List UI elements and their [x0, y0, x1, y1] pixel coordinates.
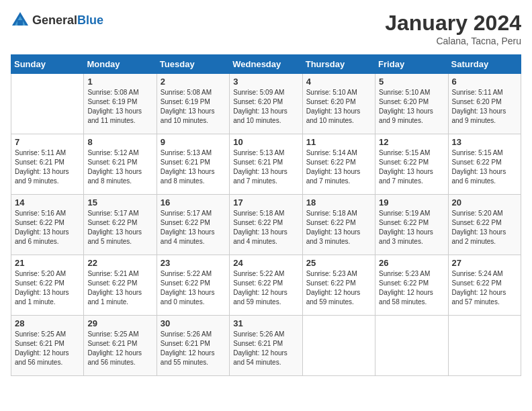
day-info: Sunrise: 5:15 AM Sunset: 6:22 PM Dayligh…	[379, 148, 444, 186]
day-info: Sunrise: 5:08 AM Sunset: 6:19 PM Dayligh…	[87, 88, 152, 126]
header-row: SundayMondayTuesdayWednesdayThursdayFrid…	[11, 55, 521, 74]
day-info: Sunrise: 5:09 AM Sunset: 6:20 PM Dayligh…	[233, 88, 298, 126]
page-header: GeneralBlue January 2024 Calana, Tacna, …	[11, 11, 521, 46]
day-cell	[302, 316, 375, 376]
day-info: Sunrise: 5:26 AM Sunset: 6:21 PM Dayligh…	[233, 330, 298, 367]
title-block: January 2024 Calana, Tacna, Peru	[385, 11, 521, 46]
day-number: 29	[87, 318, 152, 328]
day-info: Sunrise: 5:17 AM Sunset: 6:22 PM Dayligh…	[87, 209, 152, 246]
day-info: Sunrise: 5:25 AM Sunset: 6:21 PM Dayligh…	[15, 330, 80, 367]
day-number: 7	[15, 137, 80, 147]
day-number: 9	[161, 137, 226, 147]
day-cell: 20Sunrise: 5:20 AM Sunset: 6:22 PM Dayli…	[448, 195, 521, 255]
week-row-2: 7Sunrise: 5:11 AM Sunset: 6:21 PM Daylig…	[11, 134, 521, 195]
day-number: 4	[306, 77, 371, 87]
day-cell: 23Sunrise: 5:22 AM Sunset: 6:22 PM Dayli…	[157, 255, 229, 316]
day-cell: 24Sunrise: 5:22 AM Sunset: 6:22 PM Dayli…	[230, 255, 302, 316]
col-header-thursday: Thursday	[302, 55, 375, 74]
day-number: 13	[452, 137, 517, 147]
day-number: 6	[452, 77, 517, 87]
day-cell: 28Sunrise: 5:25 AM Sunset: 6:21 PM Dayli…	[11, 316, 84, 376]
day-info: Sunrise: 5:11 AM Sunset: 6:20 PM Dayligh…	[452, 88, 517, 126]
day-info: Sunrise: 5:26 AM Sunset: 6:21 PM Dayligh…	[161, 330, 226, 367]
calendar-table: SundayMondayTuesdayWednesdayThursdayFrid…	[11, 54, 521, 376]
day-cell: 12Sunrise: 5:15 AM Sunset: 6:22 PM Dayli…	[375, 134, 448, 195]
week-row-3: 14Sunrise: 5:16 AM Sunset: 6:22 PM Dayli…	[11, 195, 521, 255]
day-info: Sunrise: 5:08 AM Sunset: 6:19 PM Dayligh…	[161, 88, 226, 126]
col-header-wednesday: Wednesday	[230, 55, 302, 74]
logo: GeneralBlue	[11, 11, 103, 30]
day-info: Sunrise: 5:13 AM Sunset: 6:21 PM Dayligh…	[233, 148, 298, 186]
day-info: Sunrise: 5:22 AM Sunset: 6:22 PM Dayligh…	[233, 269, 298, 307]
day-cell: 1Sunrise: 5:08 AM Sunset: 6:19 PM Daylig…	[84, 74, 157, 134]
day-info: Sunrise: 5:16 AM Sunset: 6:22 PM Dayligh…	[15, 209, 80, 246]
day-number: 12	[379, 137, 444, 147]
day-number: 19	[379, 197, 444, 208]
day-number: 17	[233, 197, 298, 208]
day-number: 28	[15, 318, 80, 328]
day-cell: 31Sunrise: 5:26 AM Sunset: 6:21 PM Dayli…	[230, 316, 302, 376]
col-header-tuesday: Tuesday	[157, 55, 229, 74]
day-cell: 2Sunrise: 5:08 AM Sunset: 6:19 PM Daylig…	[157, 74, 229, 134]
day-number: 30	[161, 318, 226, 328]
day-number: 10	[233, 137, 298, 147]
day-number: 1	[87, 77, 152, 87]
day-info: Sunrise: 5:14 AM Sunset: 6:22 PM Dayligh…	[306, 148, 371, 186]
calendar-subtitle: Calana, Tacna, Peru	[385, 36, 521, 46]
day-number: 21	[15, 258, 80, 268]
day-cell: 14Sunrise: 5:16 AM Sunset: 6:22 PM Dayli…	[11, 195, 84, 255]
day-number: 23	[161, 258, 226, 268]
col-header-saturday: Saturday	[448, 55, 521, 74]
day-number: 3	[233, 77, 298, 87]
day-cell: 6Sunrise: 5:11 AM Sunset: 6:20 PM Daylig…	[448, 74, 521, 134]
day-info: Sunrise: 5:19 AM Sunset: 6:22 PM Dayligh…	[379, 209, 444, 246]
day-cell: 19Sunrise: 5:19 AM Sunset: 6:22 PM Dayli…	[375, 195, 448, 255]
day-info: Sunrise: 5:24 AM Sunset: 6:22 PM Dayligh…	[452, 269, 517, 307]
day-cell: 3Sunrise: 5:09 AM Sunset: 6:20 PM Daylig…	[230, 74, 302, 134]
day-number: 24	[233, 258, 298, 268]
day-cell	[11, 74, 84, 134]
day-number: 20	[452, 197, 517, 208]
day-number: 31	[233, 318, 298, 328]
day-cell: 26Sunrise: 5:23 AM Sunset: 6:22 PM Dayli…	[375, 255, 448, 316]
day-info: Sunrise: 5:10 AM Sunset: 6:20 PM Dayligh…	[306, 88, 371, 126]
day-cell: 25Sunrise: 5:23 AM Sunset: 6:22 PM Dayli…	[302, 255, 375, 316]
col-header-friday: Friday	[375, 55, 448, 74]
logo-text-blue: Blue	[77, 13, 103, 27]
day-cell: 5Sunrise: 5:10 AM Sunset: 6:20 PM Daylig…	[375, 74, 448, 134]
svg-rect-2	[17, 20, 23, 26]
day-info: Sunrise: 5:20 AM Sunset: 6:22 PM Dayligh…	[15, 269, 80, 307]
day-number: 11	[306, 137, 371, 147]
day-info: Sunrise: 5:25 AM Sunset: 6:21 PM Dayligh…	[87, 330, 152, 367]
day-cell	[375, 316, 448, 376]
day-number: 16	[161, 197, 226, 208]
day-cell: 15Sunrise: 5:17 AM Sunset: 6:22 PM Dayli…	[84, 195, 157, 255]
day-number: 22	[87, 258, 152, 268]
day-info: Sunrise: 5:21 AM Sunset: 6:22 PM Dayligh…	[87, 269, 152, 307]
day-info: Sunrise: 5:20 AM Sunset: 6:22 PM Dayligh…	[452, 209, 517, 246]
day-info: Sunrise: 5:17 AM Sunset: 6:22 PM Dayligh…	[161, 209, 226, 246]
day-cell: 10Sunrise: 5:13 AM Sunset: 6:21 PM Dayli…	[230, 134, 302, 195]
logo-text-general: General	[32, 13, 77, 27]
day-info: Sunrise: 5:18 AM Sunset: 6:22 PM Dayligh…	[306, 209, 371, 246]
day-cell: 13Sunrise: 5:15 AM Sunset: 6:22 PM Dayli…	[448, 134, 521, 195]
calendar-title: January 2024	[385, 11, 521, 36]
week-row-5: 28Sunrise: 5:25 AM Sunset: 6:21 PM Dayli…	[11, 316, 521, 376]
day-cell: 27Sunrise: 5:24 AM Sunset: 6:22 PM Dayli…	[448, 255, 521, 316]
logo-icon	[11, 11, 30, 30]
day-number: 25	[306, 258, 371, 268]
day-cell: 22Sunrise: 5:21 AM Sunset: 6:22 PM Dayli…	[84, 255, 157, 316]
week-row-4: 21Sunrise: 5:20 AM Sunset: 6:22 PM Dayli…	[11, 255, 521, 316]
col-header-sunday: Sunday	[11, 55, 84, 74]
day-number: 15	[87, 197, 152, 208]
day-cell	[448, 316, 521, 376]
day-cell: 16Sunrise: 5:17 AM Sunset: 6:22 PM Dayli…	[157, 195, 229, 255]
day-cell: 7Sunrise: 5:11 AM Sunset: 6:21 PM Daylig…	[11, 134, 84, 195]
day-cell: 9Sunrise: 5:13 AM Sunset: 6:21 PM Daylig…	[157, 134, 229, 195]
day-number: 2	[161, 77, 226, 87]
week-row-1: 1Sunrise: 5:08 AM Sunset: 6:19 PM Daylig…	[11, 74, 521, 134]
day-cell: 11Sunrise: 5:14 AM Sunset: 6:22 PM Dayli…	[302, 134, 375, 195]
day-number: 14	[15, 197, 80, 208]
day-info: Sunrise: 5:10 AM Sunset: 6:20 PM Dayligh…	[379, 88, 444, 126]
day-number: 26	[379, 258, 444, 268]
